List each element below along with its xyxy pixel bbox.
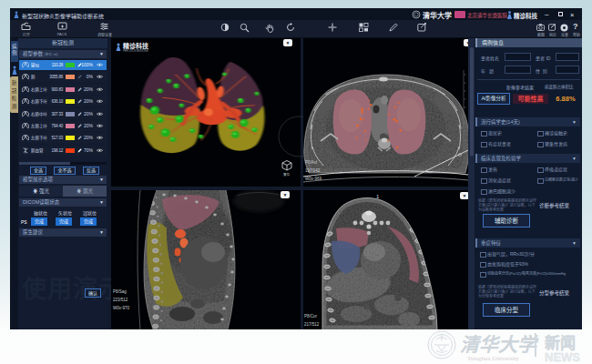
svg-text:P8/Cor: P8/Cor — [304, 314, 318, 318]
svg-text:W0v-970: W0v-970 — [113, 306, 130, 310]
svg-text:P0/Axl: P0/Axl — [305, 160, 317, 165]
svg-text:217/512: 217/512 — [304, 322, 320, 327]
svg-text:W0v-969: W0v-969 — [305, 177, 322, 181]
svg-text:新闻: 新闻 — [545, 334, 576, 352]
svg-text:PRECISION MEDICINE: PRECISION MEDICINE — [123, 49, 148, 53]
svg-text:NEWS: NEWS — [545, 350, 580, 364]
svg-text:复位: 复位 — [283, 172, 291, 177]
svg-text:197/142: 197/142 — [305, 168, 321, 173]
svg-text:P8/Sag: P8/Sag — [113, 289, 127, 294]
svg-text:精诊科技: 精诊科技 — [123, 42, 149, 50]
svg-text:清华大学: 清华大学 — [460, 334, 539, 356]
svg-text:223/512: 223/512 — [113, 298, 128, 302]
svg-text:Tsinghua University: Tsinghua University — [467, 355, 519, 362]
